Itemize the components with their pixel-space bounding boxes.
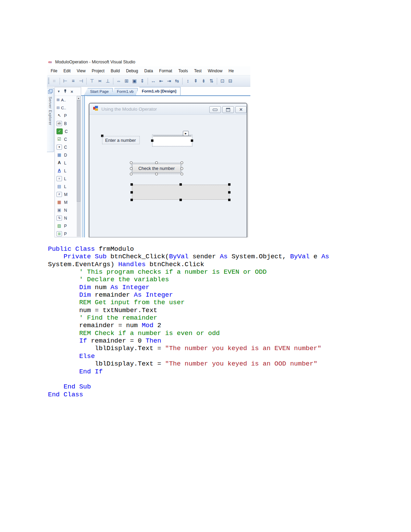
menu-item-he[interactable]: He [225, 67, 237, 74]
make-horizontal-spacing-equal-icon[interactable]: ↔ [150, 77, 157, 85]
toolbox-item-label[interactable]: AL [55, 159, 77, 167]
code-token: System.EventArgs) [48, 261, 118, 268]
toolbox-item-listbox[interactable]: ≡L [55, 175, 77, 183]
selection-handle[interactable] [151, 139, 153, 142]
pin-icon[interactable] [63, 88, 67, 95]
minimize-button[interactable] [209, 106, 221, 113]
maximize-button[interactable] [222, 106, 234, 113]
selection-handle[interactable] [130, 191, 133, 194]
menu-item-edit[interactable]: Edit [60, 67, 74, 74]
code-line: Dim remainder As Integer [48, 291, 397, 299]
selection-handle[interactable] [180, 173, 183, 175]
toolbox-item-picturebox[interactable]: ▨P [55, 222, 77, 230]
selection-handle[interactable] [180, 161, 183, 164]
menu-item-window[interactable]: Window [205, 67, 226, 74]
selection-handle[interactable] [228, 199, 231, 201]
close-button[interactable]: ✕ [235, 106, 247, 113]
align-to-grid-icon[interactable]: ⌗ [51, 77, 58, 85]
toolbox-item-progressbar[interactable]: ▥P [55, 230, 77, 237]
toolbox-item-checkedlistbox[interactable]: ☑C [55, 135, 77, 143]
toolbox-item-label: C [65, 129, 68, 134]
tab-start-page[interactable]: Start Page [84, 88, 113, 95]
increase-horizontal-spacing-icon[interactable]: ⇤ [158, 77, 165, 85]
expand-icon[interactable]: ⊞ [57, 98, 60, 102]
toolbox-item-label: B [64, 121, 67, 126]
make-same-size-icon[interactable]: ▣ [131, 77, 138, 85]
selection-handle[interactable] [130, 161, 133, 164]
toolbox-scrollbar[interactable]: ▲ [77, 96, 80, 237]
decrease-horizontal-spacing-icon[interactable]: ⇥ [165, 77, 173, 85]
selection-handle[interactable] [180, 167, 183, 170]
toolbox-item-pointer[interactable]: ↖P [55, 112, 77, 120]
align-lefts-icon[interactable]: ⊢ [62, 77, 69, 85]
tab-form1-vb-design-[interactable]: Form1.vb [Design] [136, 87, 180, 95]
remove-vertical-spacing-icon[interactable]: ⇅ [208, 77, 215, 85]
designed-form[interactable]: Using the Modulo Operator ✕ Enter a numb… [89, 103, 247, 237]
textbox-txtnumber[interactable] [153, 136, 191, 146]
toolbox-item-label: P [64, 232, 67, 236]
increase-vertical-spacing-icon[interactable]: ⇞ [192, 77, 199, 85]
selection-handle[interactable] [228, 191, 231, 194]
toolbox-item-combobox[interactable]: ▾C [55, 143, 77, 151]
toolbox-section-all-windows-forms[interactable]: ⊞A.. [55, 96, 77, 104]
menu-item-debug[interactable]: Debug [123, 67, 141, 74]
scroll-up-arrow-icon[interactable]: ▲ [77, 96, 80, 100]
menu-item-tools[interactable]: Tools [175, 67, 191, 74]
menu-item-build[interactable]: Build [108, 67, 123, 74]
code-line: ' This program checks if a number is EVE… [48, 268, 397, 276]
selection-handle[interactable] [130, 183, 133, 186]
selection-handle[interactable] [130, 167, 133, 170]
menu-item-format[interactable]: Format [156, 67, 175, 74]
toolbox-item-maskedtextbox[interactable]: #M [55, 190, 77, 198]
close-icon[interactable]: × [71, 89, 73, 94]
toolbox-item-linklabel[interactable]: AL [55, 167, 77, 175]
button-check-the-number[interactable]: Check the number [132, 164, 181, 173]
make-same-width-icon[interactable]: ⇔ [115, 77, 122, 85]
toolbox-section-common-controls[interactable]: ⊟C.. [55, 104, 77, 112]
menu-item-data[interactable]: Data [141, 67, 156, 74]
tab-form1-vb[interactable]: Form1.vb [111, 88, 138, 95]
center-horizontally-icon[interactable]: ⊡ [219, 77, 226, 85]
toolbox-item-datetimepicker[interactable]: ▦D [55, 151, 77, 159]
center-vertically-icon[interactable]: ⊟ [227, 77, 234, 85]
code-token: remainder = 0 [87, 337, 146, 345]
menu-item-project[interactable]: Project [89, 67, 108, 74]
code-token: System.Object, [228, 253, 290, 260]
selection-handle[interactable] [179, 199, 182, 201]
collapse-icon[interactable]: ⊟ [57, 106, 60, 110]
size-to-grid-icon[interactable]: ⊞ [123, 77, 130, 85]
menu-item-view[interactable]: View [74, 67, 89, 74]
label-enter-a-number[interactable]: Enter a number [102, 136, 140, 144]
decrease-vertical-spacing-icon[interactable]: ⇟ [200, 77, 207, 85]
make-vertical-spacing-equal-icon[interactable]: ↕ [184, 77, 191, 85]
selection-handle[interactable] [155, 161, 158, 164]
toolbar-grip[interactable] [48, 78, 49, 85]
scrollbar-thumb[interactable] [77, 100, 80, 202]
code-token: remainder [91, 291, 134, 299]
align-bottoms-icon[interactable]: ⊥ [104, 77, 111, 85]
selection-handle[interactable] [130, 199, 133, 201]
chevron-down-icon[interactable]: ▼ [57, 90, 60, 93]
toolbox-item-notifyicon[interactable]: ▣N [55, 206, 77, 214]
align-rights-icon[interactable]: ⊣ [77, 77, 85, 85]
remove-horizontal-spacing-icon[interactable]: ⇆ [173, 77, 180, 85]
toolbox-item-listview[interactable]: ▤L [55, 183, 77, 190]
menu-item-file[interactable]: File [48, 67, 60, 74]
toolbox-item-monthcalendar[interactable]: ▦M [55, 198, 77, 206]
selection-handle[interactable] [155, 173, 158, 175]
selection-handle[interactable] [228, 183, 231, 186]
toolbox-item-numericupdown[interactable]: ⇅N [55, 214, 77, 222]
selection-handle[interactable] [179, 183, 182, 186]
selection-handle[interactable] [130, 173, 133, 175]
align-middles-icon[interactable]: ≍ [96, 77, 103, 85]
selection-handle[interactable] [191, 139, 193, 142]
align-centers-icon[interactable]: ≡ [70, 77, 77, 85]
smart-tag-button[interactable]: ▶ [183, 131, 189, 136]
make-same-height-icon[interactable]: ⇕ [139, 77, 146, 85]
toolbox-item-checkbox[interactable]: ✓C [55, 127, 77, 135]
menu-item-test[interactable]: Test [191, 67, 205, 74]
align-tops-icon[interactable]: ⊤ [88, 77, 96, 85]
label-lbldisplay[interactable] [132, 185, 229, 200]
toolbox-item-button[interactable]: abB [55, 120, 77, 127]
server-explorer-tab[interactable]: Server Explorer [47, 88, 54, 152]
